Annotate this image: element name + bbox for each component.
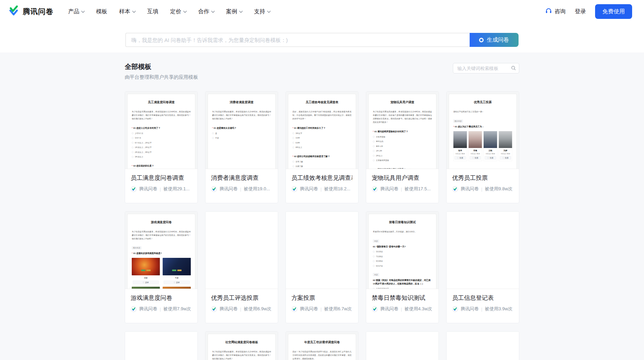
consult-link[interactable]: 咨询: [545, 7, 566, 16]
radio-icon: [487, 157, 489, 159]
template-preview: 禁毒日禁毒知识测试本测试针对禁毒知识测试，共20道题，满分100分。单选01 “…: [366, 212, 439, 289]
card-title: 消费者满意度调查: [211, 174, 272, 182]
required-asterisk-icon: *: [212, 127, 213, 129]
mini-option-label: 3年以下: [296, 132, 302, 135]
radio-icon: [373, 255, 375, 257]
mini-option: 3-6个月: [132, 137, 191, 139]
meta-divider: |: [481, 306, 482, 312]
generate-label: 生成问卷: [487, 36, 509, 44]
card-provider: 腾讯问卷: [300, 306, 318, 312]
mini-option: 半年以内: [373, 140, 432, 143]
tencent-survey-mini-logo-icon: [452, 186, 458, 192]
brand-logo[interactable]: 腾讯问卷: [8, 5, 53, 18]
mini-intro: 您好，感谢您抽出几分钟参与员工考核调查，本次考核调查为匿名制，不会透露您的隐私。…: [292, 110, 352, 121]
card-meta: 腾讯问卷|被使用9.8w次: [452, 186, 513, 192]
nav-item-支持[interactable]: 支持: [254, 8, 270, 15]
nav-item-模板[interactable]: 模板: [96, 8, 107, 15]
radio-icon: [212, 133, 214, 134]
card-provider: 腾讯问卷: [219, 306, 238, 312]
radio-icon: [373, 251, 375, 253]
vote-button-label: 投票: [475, 157, 478, 159]
mini-option-label: 非常了解: [296, 161, 303, 163]
mini-question-type-badge: 图片多选: [132, 246, 142, 249]
nav-item-案例[interactable]: 案例: [226, 8, 242, 15]
card-meta: 腾讯问卷|被使用18.2...: [291, 186, 353, 192]
mini-photo-option: 张伟优秀员工事迹投票: [453, 131, 467, 161]
vote-button-label: 投票: [490, 157, 493, 159]
tencent-survey-mini-logo-icon: [211, 306, 217, 312]
template-card[interactable]: 宠物玩具用户调查为了给您提供更优质的服务，希望您能抽出几分钟时间，将您的感受和建…: [366, 91, 439, 203]
mini-option-label: 半年-1年: [376, 145, 383, 148]
mini-questionnaire-content: 优秀员工投票请给以下优秀员工投上宝贵的一票~图片单选*01 您认为以下最优秀员工…: [449, 94, 516, 161]
generate-questionnaire-button[interactable]: 生成问卷: [470, 33, 519, 47]
mini-option: 8年以上: [292, 146, 352, 149]
card-provider: 腾讯问卷: [139, 306, 157, 312]
radio-icon: [373, 265, 375, 267]
template-preview: [286, 212, 358, 289]
free-use-button[interactable]: 免费使用: [595, 4, 632, 19]
ai-prompt-input[interactable]: [125, 33, 470, 47]
template-card[interactable]: 员工满意度问卷调查为了给您提供更好的服务，希望您能抽出几分钟时间，将您的感受和建…: [125, 91, 198, 203]
template-card[interactable]: 优秀员工评选投票腾讯问卷|被使用6.9w次: [205, 211, 278, 323]
template-card[interactable]: 游戏满意度问卷为了给您提供更好的服务，希望您能抽出几分钟时间，将您的感受和建议告…: [125, 211, 198, 323]
template-search-input[interactable]: [453, 63, 519, 73]
mini-option-label: 3-6个月: [135, 137, 141, 139]
nav-item-定价[interactable]: 定价: [170, 8, 186, 15]
mini-questionnaire-content: 游戏满意度问卷为了给您提供更好的服务，希望您能抽出几分钟时间，将您的感受和建议告…: [128, 214, 195, 289]
mini-question: *01 您是餐饮从业者吗？: [212, 126, 271, 130]
login-link[interactable]: 登录: [575, 8, 586, 15]
employee-photo: [454, 131, 467, 148]
nav-item-label: 合作: [198, 8, 209, 15]
meta-divider: |: [320, 306, 321, 312]
template-card[interactable]: [446, 331, 519, 360]
tencent-survey-mini-logo-icon: [211, 186, 217, 192]
employee-photo: [469, 131, 482, 148]
mini-title: 禁毒日禁毒知识测试: [373, 220, 432, 224]
consult-label: 咨询: [555, 8, 566, 15]
required-asterisk-icon: *: [132, 252, 132, 255]
mini-question: *02 请问您家饲养的宠物类型是？多选: [373, 168, 432, 169]
tencent-survey-mini-logo-icon: [372, 306, 378, 312]
template-card[interactable]: 员工绩效考核意见调查表您好，感谢您抽出几分钟参与员工考核调查，本次考核调查为匿名…: [285, 91, 359, 203]
mini-option-label: 比较了解: [296, 165, 303, 168]
mini-title: 优秀员工投票: [453, 100, 512, 104]
card-footer: 消费者满意度调查腾讯问卷|被使用19.0...: [205, 169, 278, 192]
card-footer: 方案投票腾讯问卷|被使用6.7w次: [286, 289, 358, 312]
nav-item-产品[interactable]: 产品: [68, 8, 84, 15]
nav-item-label: 产品: [68, 8, 79, 15]
meta-divider: |: [160, 306, 161, 312]
nav-item-合作[interactable]: 合作: [198, 8, 214, 15]
section-subtitle: 由平台整理和用户共享的应用模板: [125, 73, 198, 80]
template-preview: 年度员工培训需求调查问卷您好！为了给您提供更好的培训学习机会，恳请您在百忙之中抽…: [286, 332, 358, 360]
game-screenshot: [132, 287, 160, 289]
nav-item-互填[interactable]: 互填: [147, 8, 158, 15]
mini-option-label: 半年以内: [376, 140, 383, 143]
template-card[interactable]: 禁毒日禁毒知识测试本测试针对禁毒知识测试，共20道题，满分100分。单选01 “…: [366, 211, 439, 323]
required-asterisk-icon: *: [132, 165, 132, 167]
card-provider: 腾讯问卷: [461, 306, 479, 312]
card-title: 禁毒日禁毒知识测试: [372, 294, 433, 302]
card-meta: 腾讯问卷|被使用6.7w次: [291, 306, 353, 312]
radio-icon: [373, 160, 375, 161]
mini-photo-option: 刘婷优秀员工事迹投票: [499, 131, 512, 161]
template-card[interactable]: [366, 331, 439, 360]
template-card[interactable]: [125, 331, 198, 360]
game-screenshot: [163, 287, 191, 289]
card-title: 宠物玩具用户调查: [372, 174, 433, 182]
template-card[interactable]: 消费者满意度调查为了给您提供更好的服务，希望您能抽出几分钟时间，将您的感受和建议…: [205, 91, 278, 203]
search-icon: [511, 65, 516, 72]
mini-questionnaire-page: 游戏满意度问卷为了给您提供更好的服务，希望您能抽出几分钟时间，将您的感受和建议告…: [128, 214, 195, 289]
mini-option: 1年-2年: [373, 150, 432, 152]
template-card[interactable]: 优秀员工投票请给以下优秀员工投上宝贵的一票~图片单选*01 您认为以下最优秀员工…: [446, 91, 519, 203]
mini-option-label: 3年及以上: [135, 156, 143, 158]
template-preview: 社交网站满意度问卷模板为了给您提供更好的服务，希望您能抽出几分钟时间，将您的感受…: [205, 332, 278, 360]
template-card[interactable]: 年度员工培训需求调查问卷您好！为了给您提供更好的培训学习机会，恳请您在百忙之中抽…: [285, 331, 359, 360]
mini-question: *01 请问您饲养宠物有多长时间了？: [373, 130, 432, 133]
template-card[interactable]: 社交网站满意度问卷模板为了给您提供更好的服务，希望您能抽出几分钟时间，将您的感受…: [205, 331, 278, 360]
meta-divider: |: [401, 306, 402, 312]
template-card[interactable]: 方案投票腾讯问卷|被使用6.7w次: [285, 211, 359, 323]
nav-item-样本[interactable]: 样本: [119, 8, 135, 15]
template-card[interactable]: 员工信息登记表腾讯问卷|被使用3.9w次: [446, 211, 519, 323]
select-button-label: 选择: [145, 281, 149, 283]
mini-option-label: 7月26日: [376, 255, 383, 257]
